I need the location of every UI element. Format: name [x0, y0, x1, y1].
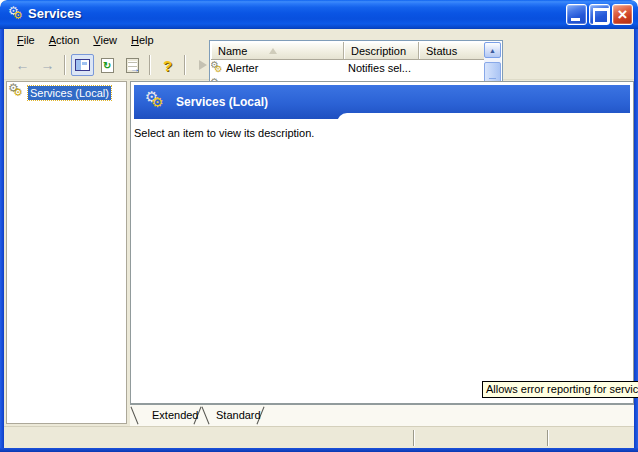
title-bar[interactable]: Services — [0, 0, 638, 29]
window-border-left — [0, 29, 4, 452]
maximize-button[interactable] — [589, 4, 610, 25]
toolbar-show-hide-console-tree-button[interactable] — [71, 54, 94, 76]
toolbar-separator — [184, 55, 186, 75]
menu-action[interactable]: Action — [42, 31, 87, 49]
status-bar — [4, 426, 634, 448]
scroll-up-button[interactable]: ▲ — [484, 42, 501, 58]
toolbar-forward-button[interactable] — [36, 54, 59, 76]
services-icon — [9, 85, 23, 100]
refresh-icon — [101, 58, 114, 73]
close-button[interactable] — [612, 4, 633, 25]
help-icon — [163, 57, 172, 74]
console-tree-pane[interactable]: Services (Local) — [6, 81, 127, 424]
export-list-icon — [126, 58, 139, 73]
banner-title: Services (Local) — [176, 95, 268, 109]
toolbar-back-button[interactable] — [11, 54, 34, 76]
toolbar-separator — [149, 55, 151, 75]
status-divider — [547, 430, 549, 446]
menu-file[interactable]: File — [10, 31, 42, 49]
services-banner-icon — [146, 93, 164, 112]
service-icon — [211, 62, 222, 74]
list-header: NameDescriptionStatus — [211, 42, 485, 60]
results-pane: Services (Local) Select an item to view … — [130, 81, 634, 404]
tree-item-services-local[interactable]: Services (Local) — [9, 84, 111, 101]
tab-slant — [130, 407, 138, 425]
sort-ascending-icon — [269, 48, 277, 54]
toolbar-export-list-button[interactable] — [121, 54, 144, 76]
service-description: Notifies sel... — [348, 60, 411, 77]
window-border-bottom — [0, 448, 638, 452]
column-header-description[interactable]: Description — [344, 42, 419, 60]
tab-slant — [201, 407, 209, 425]
services-app-icon — [9, 8, 23, 23]
description-hint: Select an item to view its description. — [134, 127, 314, 139]
forward-icon — [41, 57, 55, 73]
column-header-label: Description — [351, 45, 406, 57]
minimize-button[interactable] — [566, 4, 587, 25]
service-name: Alerter — [226, 60, 258, 77]
list-panel — [337, 113, 632, 402]
toolbar-help-button[interactable] — [156, 54, 179, 76]
show-hide-console-tree-icon — [75, 59, 90, 71]
toolbar-refresh-button[interactable] — [96, 54, 119, 76]
tree-item-label: Services (Local) — [28, 86, 111, 100]
tab-extended[interactable]: Extended — [152, 409, 198, 421]
toolbar-separator — [64, 55, 66, 75]
tab-standard[interactable]: Standard — [216, 409, 261, 421]
services-window: Services FileActionViewHelp Services (Lo… — [0, 0, 638, 452]
window-title: Services — [28, 6, 82, 21]
service-row[interactable]: AlerterNotifies sel... — [211, 60, 486, 77]
column-header-label: Status — [426, 45, 457, 57]
start-service-icon — [199, 60, 207, 70]
view-tabs: ExtendedStandard — [130, 404, 634, 426]
status-divider — [413, 430, 415, 446]
menu-view[interactable]: View — [86, 31, 124, 49]
tooltip: Allows error reporting for services — [482, 381, 638, 398]
menu-help[interactable]: Help — [124, 31, 161, 49]
back-icon — [16, 57, 30, 73]
column-header-status[interactable]: Status — [419, 42, 485, 60]
column-header-label: Name — [218, 45, 247, 57]
column-header-name[interactable]: Name — [211, 42, 344, 60]
